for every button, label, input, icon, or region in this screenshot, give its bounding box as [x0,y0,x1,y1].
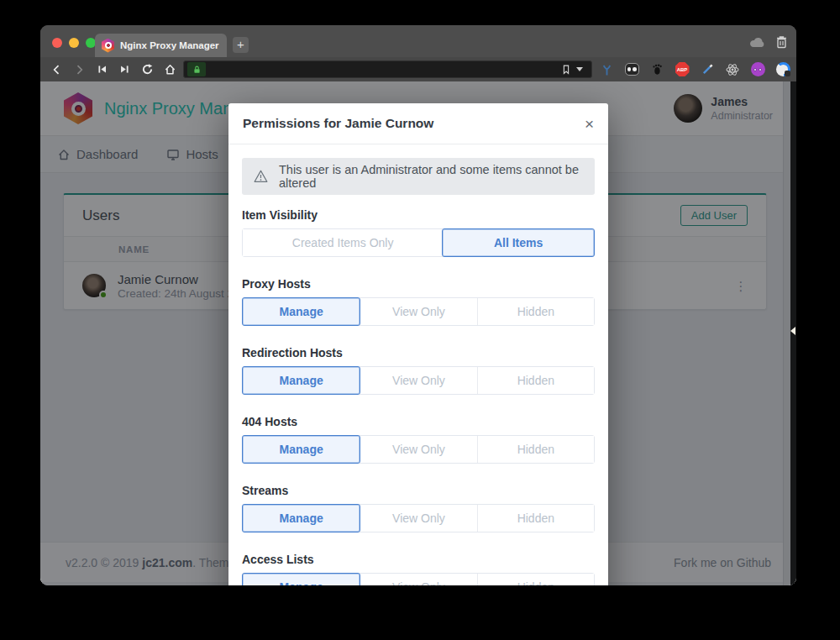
gnome-foot-extension-icon[interactable] [648,57,666,81]
close-window-button[interactable] [52,38,62,48]
warning-icon [254,169,268,184]
option-view-only[interactable]: View Only [360,574,476,585]
browser-window: Nginx Proxy Manager + ABP [40,25,796,585]
option-manage[interactable]: Manage [242,435,360,464]
option-manage[interactable]: Manage [242,366,360,395]
permission-options: Manage View Only Hidden [242,504,595,532]
group-label: Access Lists [242,553,595,566]
proxy-hosts-group: Proxy Hosts Manage View Only Hidden [242,277,595,326]
group-label: Proxy Hosts [242,277,595,291]
visibility-options: Created Items Only All Items [242,228,595,257]
purple-extension-icon[interactable] [748,57,767,81]
bookmark-icon[interactable] [561,64,571,76]
goggles-extension-icon[interactable] [622,57,641,81]
option-manage[interactable]: Manage [242,573,360,585]
group-label: Streams [242,484,595,497]
group-label: Item Visibility [242,208,595,222]
admin-alert: This user is an Administrator and some i… [242,158,595,195]
option-view-only[interactable]: View Only [360,436,476,463]
alert-text: This user is an Administrator and some i… [279,163,583,190]
access-lists-group: Access Lists Manage View Only Hidden [242,553,595,585]
option-created-items-only[interactable]: Created Items Only [243,229,443,256]
option-hidden[interactable]: Hidden [477,436,594,463]
home-button[interactable] [162,62,177,77]
forward-button[interactable] [71,62,87,77]
cloud-icon[interactable] [749,36,765,48]
abp-extension-icon[interactable]: ABP [673,57,691,81]
modal-title: Permissions for Jamie Curnow [243,116,433,131]
option-hidden[interactable]: Hidden [477,505,594,532]
close-icon[interactable]: × [585,116,594,132]
streams-group: Streams Manage View Only Hidden [242,484,595,532]
permission-options: Manage View Only Hidden [242,573,595,585]
browser-titlebar: Nginx Proxy Manager + [40,25,796,57]
option-hidden[interactable]: Hidden [477,367,594,394]
reload-button[interactable] [139,62,155,77]
option-manage[interactable]: Manage [242,297,360,326]
trash-icon[interactable] [775,34,788,49]
option-hidden[interactable]: Hidden [477,298,594,325]
permission-options: Manage View Only Hidden [242,435,595,464]
404-hosts-group: 404 Hosts Manage View Only Hidden [242,415,595,464]
page-content: Nginx Proxy Manager James Administrator … [40,81,796,585]
browser-toolbar: ABP [40,57,796,81]
redirection-hosts-group: Redirection Hosts Manage View Only Hidde… [242,346,595,395]
side-panel-strip [790,81,796,585]
browser-tab[interactable]: Nginx Proxy Manager [95,34,227,57]
option-view-only[interactable]: View Only [360,367,476,394]
item-visibility-group: Item Visibility Created Items Only All I… [242,208,595,257]
ssl-lock-icon[interactable] [187,62,206,76]
profile-extension-icon[interactable] [774,57,792,81]
panel-toggle-icon[interactable] [790,327,795,335]
permissions-modal: Permissions for Jamie Curnow × This user… [228,103,608,585]
option-view-only[interactable]: View Only [360,505,476,532]
option-all-items[interactable]: All Items [442,228,595,257]
atom-extension-icon[interactable] [723,57,742,81]
group-label: 404 Hosts [242,415,595,428]
option-view-only[interactable]: View Only [360,298,476,325]
new-tab-button[interactable]: + [233,37,249,53]
favicon [102,39,114,53]
back-button[interactable] [49,62,64,77]
address-bar[interactable] [183,60,592,78]
window-controls [52,38,96,48]
tab-title: Nginx Proxy Manager [120,40,219,50]
group-label: Redirection Hosts [242,346,595,359]
rewind-button[interactable] [94,62,109,77]
minimize-window-button[interactable] [69,38,79,48]
option-manage[interactable]: Manage [242,504,360,532]
permission-options: Manage View Only Hidden [242,366,595,395]
fork-extension-icon[interactable] [597,57,616,81]
caret-down-icon[interactable] [576,67,583,71]
pen-extension-icon[interactable] [698,57,717,81]
option-hidden[interactable]: Hidden [477,574,594,585]
fast-forward-button[interactable] [117,62,132,77]
permission-options: Manage View Only Hidden [242,297,595,326]
